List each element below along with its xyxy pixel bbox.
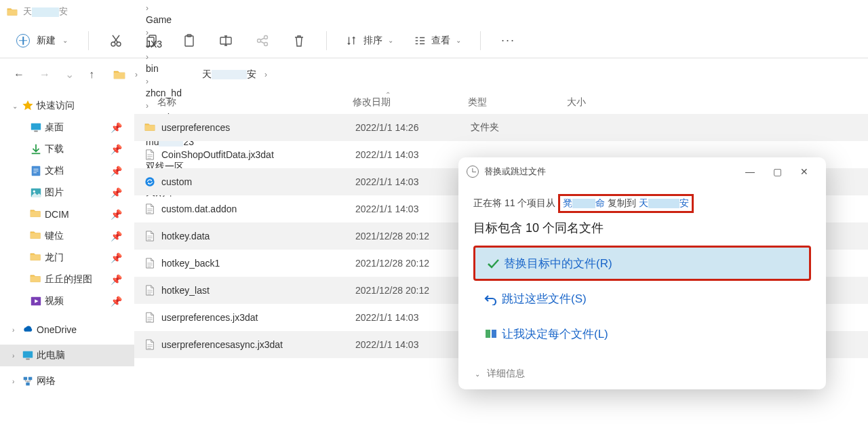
file-date: 2021/12/28 20:12 — [355, 258, 471, 269]
folder-icon — [30, 208, 45, 220]
column-type[interactable]: 类型 — [468, 96, 567, 109]
monitor-icon — [30, 121, 45, 134]
undo-icon — [484, 292, 502, 305]
breadcrumb-segment[interactable]: Game — [143, 13, 197, 26]
monitor-icon — [22, 349, 37, 362]
chevron-right-icon: › — [143, 52, 151, 62]
breadcrumb-segment[interactable]: 天安 — [199, 67, 259, 82]
sidebar-item-label: 下载 — [45, 143, 111, 155]
sidebar-item[interactable]: 图片📌 — [0, 182, 134, 204]
chevron-right-icon: › — [143, 77, 151, 86]
sidebar-network[interactable]: › 网络 — [0, 370, 134, 392]
dest-link[interactable]: 天安 — [639, 197, 689, 208]
column-date[interactable]: 修改日期 — [353, 96, 468, 109]
sidebar-this-pc[interactable]: › 此电脑 — [0, 345, 134, 366]
sidebar-item-label: 视频 — [45, 295, 111, 307]
sidebar-item[interactable]: 桌面📌 — [0, 117, 134, 138]
up-button[interactable]: ↑ — [89, 69, 94, 81]
chevron-right-icon: › — [262, 70, 270, 79]
column-size[interactable]: 大小 — [567, 96, 635, 109]
dialog-copy-status: 正在将 11 个项目从 凳命 复制到 天安 — [473, 194, 811, 213]
dialog-more-details[interactable]: ⌄ 详细信息 — [473, 368, 811, 380]
new-button[interactable]: 新建 ⌄ — [12, 30, 76, 52]
folder-icon — [113, 69, 125, 80]
sidebar-item-label: 桌面 — [45, 121, 111, 134]
file-date: 2022/1/1 14:03 — [355, 339, 471, 350]
folder-icon — [30, 252, 45, 264]
column-headers[interactable]: ⌃ 名称 修改日期 类型 大小 — [134, 91, 868, 114]
nav-arrows: ← → ⌄ ↑ — [14, 68, 94, 81]
file-icon — [142, 203, 157, 215]
file-name: CoinShopOutfitData.jx3dat — [157, 149, 355, 160]
sidebar-item-label: 图片 — [45, 187, 111, 199]
file-row[interactable]: userpreferences2022/1/1 14:26文件夹 — [134, 114, 868, 141]
file-icon — [142, 230, 157, 242]
close-button[interactable]: ✕ — [791, 161, 818, 182]
maximize-button[interactable]: ▢ — [764, 161, 791, 182]
navigation-bar: ← → ⌄ ↑ › 此电脑›OS (C:)›JX3›Game›JX3›bin›z… — [0, 58, 868, 91]
breadcrumb-segment[interactable]: JX3 — [143, 37, 197, 51]
chevron-down-icon: ⌄ — [12, 102, 22, 110]
sidebar-item-label: 此电脑 — [37, 349, 134, 362]
option-decide[interactable]: 让我决定每个文件(L) — [473, 316, 811, 351]
chevron-right-icon: › — [12, 326, 22, 334]
sidebar-item[interactable]: 视频📌 — [0, 290, 134, 312]
chevron-right-icon: › — [12, 378, 22, 385]
option-label: 替换目标中的文件(R) — [504, 256, 612, 271]
file-name: hotkey.data — [157, 231, 355, 241]
onedrive-icon — [22, 324, 37, 336]
minimize-button[interactable]: — — [736, 161, 764, 182]
folder-icon — [30, 273, 45, 286]
pin-icon: 📌 — [111, 122, 122, 133]
sidebar-quick-access[interactable]: ⌄ 快速访问 — [0, 95, 134, 117]
chevron-down-icon: ⌄ — [62, 37, 68, 44]
sidebar-item[interactable]: 下载📌 — [0, 138, 134, 160]
dialog-title: 替换或跳过文件 — [484, 166, 736, 178]
pin-icon: 📌 — [111, 209, 122, 220]
file-name: hotkey_back1 — [157, 258, 355, 269]
sidebar: ⌄ 快速访问 桌面📌下载📌文档📌图片📌DCIM📌键位📌龙门📌丘丘的捏图📌视频📌 … — [0, 91, 134, 426]
option-skip[interactable]: 跳过这些文件(S) — [473, 281, 811, 316]
file-type: 文件夹 — [471, 121, 570, 134]
back-button[interactable]: ← — [14, 69, 24, 81]
more-label: 详细信息 — [487, 368, 525, 380]
sidebar-item-label: OneDrive — [37, 324, 134, 335]
file-date: 2021/12/28 20:12 — [355, 231, 471, 241]
column-name[interactable]: 名称 — [142, 96, 353, 109]
video-icon — [30, 295, 45, 307]
dialog-header: 替换或跳过文件 — ▢ ✕ — [458, 157, 826, 186]
file-name: custom.dat.addon — [157, 204, 355, 214]
sidebar-item[interactable]: 键位📌 — [0, 225, 134, 247]
folder-icon — [142, 121, 157, 134]
pic-icon — [30, 187, 45, 199]
chevron-right-icon: › — [143, 3, 151, 13]
forward-button[interactable]: → — [39, 69, 50, 81]
file-date: 2022/1/1 14:26 — [355, 122, 471, 133]
file-date: 2022/1/1 14:03 — [355, 312, 471, 323]
breadcrumb-segment[interactable]: JX3 — [143, 0, 197, 2]
sidebar-item[interactable]: DCIM📌 — [0, 204, 134, 225]
option-replace[interactable]: 替换目标中的文件(R) — [473, 246, 811, 281]
plus-icon — [16, 34, 30, 47]
file-name: hotkey_last — [157, 285, 355, 296]
recent-button[interactable]: ⌄ — [65, 68, 74, 81]
sidebar-onedrive[interactable]: › OneDrive — [0, 319, 134, 341]
sidebar-item-label: 丘丘的捏图 — [45, 273, 111, 286]
pin-icon: 📌 — [111, 187, 122, 198]
pin-icon: 📌 — [111, 274, 122, 285]
option-label: 跳过这些文件(S) — [502, 291, 587, 307]
sidebar-item[interactable]: 龙门📌 — [0, 247, 134, 269]
window-title: 天安 — [23, 5, 68, 18]
file-icon — [142, 284, 157, 296]
sidebar-item[interactable]: 文档📌 — [0, 160, 134, 182]
file-name: userpreferences — [157, 122, 355, 133]
file-date: 2022/1/1 14:03 — [355, 176, 471, 187]
source-link[interactable]: 凳命 — [563, 197, 605, 208]
breadcrumb-segment[interactable]: bin — [143, 62, 197, 75]
file-name: custom — [157, 176, 355, 187]
sidebar-item-label: 文档 — [45, 165, 111, 177]
sidebar-item[interactable]: 丘丘的捏图📌 — [0, 269, 134, 290]
star-icon — [22, 100, 37, 112]
replace-skip-dialog: 替换或跳过文件 — ▢ ✕ 正在将 11 个项目从 凳命 复制到 天安 目标包含… — [458, 157, 826, 389]
compare-icon — [484, 327, 502, 341]
